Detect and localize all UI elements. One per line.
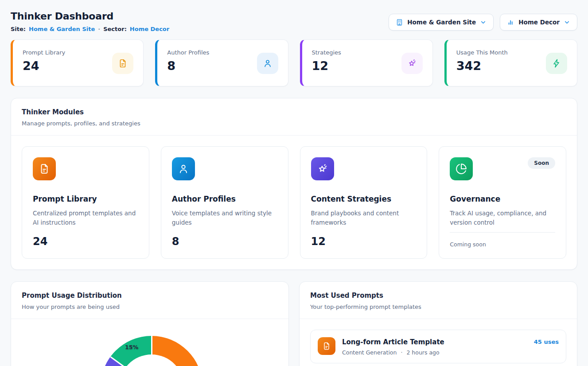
- thinker-modules-panel: Thinker Modules Manage prompts, profiles…: [11, 98, 577, 270]
- document-icon: [112, 53, 133, 74]
- prompt-uses-badge: 45 uses: [534, 337, 559, 345]
- page-header: Thinker Dashboard Site: Home & Garden Si…: [11, 11, 577, 32]
- module-title: Prompt Library: [33, 195, 138, 203]
- module-description: Voice templates and writing style guides: [172, 209, 277, 227]
- sector-dropdown-button[interactable]: Home Decor: [500, 14, 577, 31]
- divider: [450, 232, 555, 233]
- person-icon: [172, 157, 195, 180]
- module-card-content-strategies[interactable]: Content Strategies Brand playbooks and c…: [300, 146, 428, 259]
- module-description: Centralized prompt templates and AI inst…: [33, 209, 138, 227]
- module-title: Governance: [450, 195, 555, 203]
- document-icon: [318, 337, 335, 355]
- usage-panel-title: Prompt Usage Distribution: [22, 292, 278, 300]
- building-icon: [396, 19, 403, 26]
- page-title: Thinker Dashboard: [11, 11, 169, 22]
- donut-hole: [119, 354, 184, 366]
- stat-card-prompt-library: Prompt Library 24: [11, 39, 144, 86]
- dashboard-page: Thinker Dashboard Site: Home & Garden Si…: [0, 0, 588, 366]
- sparkle-star-icon: [401, 53, 423, 74]
- bar-chart-icon: [507, 19, 514, 26]
- pie-chart-icon: [450, 157, 473, 180]
- sector-link[interactable]: Home Decor: [130, 26, 169, 32]
- sector-label: Sector:: [103, 26, 127, 32]
- site-dropdown-label: Home & Garden Site: [407, 19, 476, 26]
- modules-panel-subtitle: Manage prompts, profiles, and strategies: [22, 120, 566, 127]
- separator-dot: ·: [401, 349, 402, 356]
- prompt-category: Content Generation: [342, 349, 397, 356]
- module-title: Author Profiles: [172, 195, 277, 203]
- separator-dot: ·: [98, 26, 100, 32]
- prompt-list: Long-form Article Template Content Gener…: [300, 319, 577, 366]
- usage-distribution-card: Prompt Usage Distribution How your promp…: [11, 281, 289, 366]
- prompt-timestamp: 2 hours ago: [406, 349, 439, 356]
- soon-badge: Soon: [528, 157, 555, 169]
- module-card-author-profiles[interactable]: Author Profiles Voice templates and writ…: [161, 146, 288, 259]
- prompts-panel-title: Most Used Prompts: [310, 292, 566, 300]
- module-card-governance[interactable]: Soon Governance Track AI usage, complian…: [439, 146, 566, 259]
- module-title: Content Strategies: [311, 195, 417, 203]
- prompts-panel-subtitle: Your top-performing prompt templates: [310, 304, 566, 310]
- donut-chart-area: 15%: [11, 319, 288, 366]
- module-description: Track AI usage, compliance, and version …: [450, 209, 555, 227]
- stat-card-author-profiles: Author Profiles 8: [155, 39, 288, 86]
- chevron-down-icon: [564, 19, 570, 26]
- module-count: 24: [33, 235, 138, 248]
- stat-card-usage: Usage This Month 342: [444, 39, 577, 86]
- module-count: 12: [311, 235, 417, 248]
- donut-chart: [101, 336, 202, 366]
- header-actions: Home & Garden Site Home Decor: [389, 11, 577, 31]
- coming-soon-text: Coming soon: [450, 241, 555, 248]
- stat-card-strategies: Strategies 12: [300, 39, 433, 86]
- modules-grid: Prompt Library Centralized prompt templa…: [11, 136, 577, 269]
- sparkle-star-icon: [311, 157, 334, 180]
- prompt-item-title: Long-form Article Template: [342, 337, 444, 346]
- prompt-item-body: Long-form Article Template Content Gener…: [342, 337, 444, 356]
- lightning-bolt-icon: [546, 53, 567, 74]
- modules-panel-title: Thinker Modules: [22, 108, 566, 116]
- stats-row: Prompt Library 24 Author Profiles 8 Stra…: [11, 39, 577, 86]
- donut-segment-label: 15%: [125, 344, 138, 350]
- document-icon: [33, 157, 56, 180]
- module-card-prompt-library[interactable]: Prompt Library Centralized prompt templa…: [22, 146, 149, 259]
- bottom-row: Prompt Usage Distribution How your promp…: [11, 281, 577, 366]
- prompt-item-meta: Content Generation · 2 hours ago: [342, 349, 444, 356]
- site-link[interactable]: Home & Garden Site: [29, 26, 95, 32]
- sector-dropdown-label: Home Decor: [518, 19, 560, 26]
- module-description: Brand playbooks and content frameworks: [311, 209, 417, 227]
- site-label: Site:: [11, 26, 26, 32]
- most-used-prompts-card: Most Used Prompts Your top-performing pr…: [299, 281, 577, 366]
- person-icon: [257, 53, 278, 74]
- prompts-panel-header: Most Used Prompts Your top-performing pr…: [300, 282, 577, 319]
- modules-panel-header: Thinker Modules Manage prompts, profiles…: [11, 98, 577, 136]
- module-count: 8: [172, 235, 277, 248]
- usage-panel-header: Prompt Usage Distribution How your promp…: [11, 282, 288, 319]
- usage-panel-subtitle: How your prompts are being used: [22, 304, 278, 310]
- site-dropdown-button[interactable]: Home & Garden Site: [389, 14, 494, 31]
- chevron-down-icon: [480, 19, 487, 26]
- header-left: Thinker Dashboard Site: Home & Garden Si…: [11, 11, 169, 32]
- list-item-long-form-article[interactable]: Long-form Article Template Content Gener…: [310, 330, 566, 363]
- breadcrumb: Site: Home & Garden Site · Sector: Home …: [11, 26, 169, 32]
